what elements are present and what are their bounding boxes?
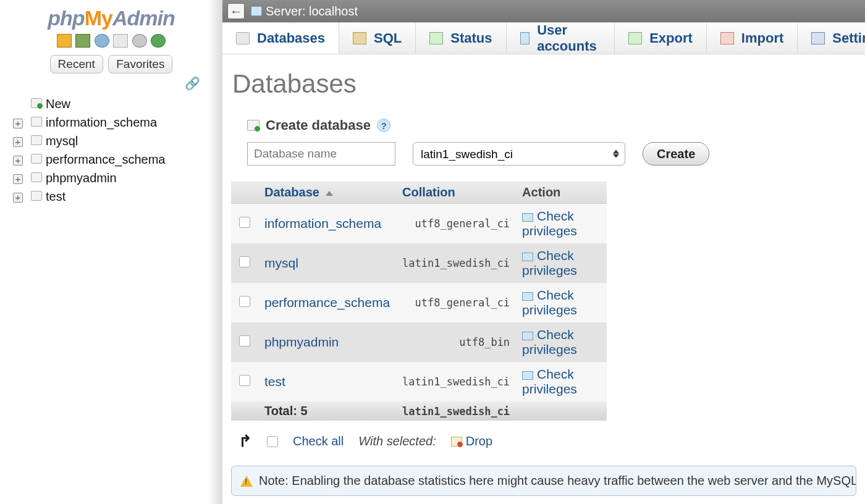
- database-icon: [31, 154, 42, 164]
- phpmyadmin-logo[interactable]: phpMyAdmin: [0, 5, 222, 33]
- bulk-actions: ↱ Check all With selected: Drop: [238, 432, 856, 451]
- header-database[interactable]: Database: [258, 182, 396, 204]
- drop-link[interactable]: Drop: [451, 434, 492, 448]
- back-button[interactable]: ←: [227, 3, 245, 19]
- tab-settings[interactable]: Settings: [798, 22, 865, 54]
- warning-icon: [240, 476, 253, 487]
- database-name-input[interactable]: [247, 142, 395, 166]
- privileges-icon: [522, 213, 533, 222]
- tree-item-label: performance_schema: [46, 153, 165, 167]
- check-all-link[interactable]: Check all: [293, 434, 344, 448]
- tree-item-information-schema[interactable]: + information_schema: [9, 113, 217, 132]
- collation-cell: utf8_general_ci: [396, 283, 516, 322]
- page-title: Databases: [232, 69, 856, 99]
- table-row: information_schema utf8_general_ci Check…: [231, 204, 607, 244]
- tree-new[interactable]: New: [9, 94, 217, 113]
- header-collation[interactable]: Collation: [396, 182, 516, 204]
- tab-label: Databases: [257, 30, 325, 46]
- link-chain-icon[interactable]: 🔗: [0, 76, 222, 94]
- table-row: phpmyadmin utf8_bin Check privileges: [231, 322, 607, 362]
- database-icon: [31, 135, 42, 145]
- recent-button[interactable]: Recent: [50, 55, 103, 74]
- bulk-arrow-icon: ↱: [238, 432, 252, 451]
- database-link[interactable]: test: [264, 374, 285, 388]
- new-database-icon: [247, 120, 260, 131]
- tab-import[interactable]: Import: [707, 22, 798, 54]
- tab-label: Settings: [832, 30, 865, 46]
- privileges-icon: [522, 332, 533, 340]
- check-all-checkbox[interactable]: [267, 436, 278, 447]
- status-icon: [429, 32, 443, 44]
- reload-icon[interactable]: [151, 34, 166, 48]
- main-panel: ← Server: localhost Databases SQL Status…: [222, 0, 865, 504]
- row-checkbox[interactable]: [239, 217, 250, 228]
- database-icon: [31, 117, 42, 127]
- docs-icon[interactable]: [113, 34, 128, 48]
- expand-icon[interactable]: +: [13, 174, 23, 184]
- breadcrumb-server-label: Server:: [266, 4, 305, 19]
- favorites-button[interactable]: Favorites: [108, 55, 172, 74]
- expand-icon[interactable]: +: [13, 137, 23, 147]
- tab-label: Import: [741, 30, 783, 46]
- expand-icon[interactable]: +: [13, 119, 23, 128]
- help-icon[interactable]: ?: [377, 119, 390, 132]
- create-button[interactable]: Create: [643, 142, 709, 166]
- note-text: Note: Enabling the database statistics h…: [259, 474, 856, 488]
- tab-sql[interactable]: SQL: [339, 22, 416, 54]
- tree-item-label: mysql: [46, 134, 78, 148]
- tree-item-performance-schema[interactable]: + performance_schema: [9, 150, 217, 169]
- create-database-heading: Create database ?: [247, 117, 856, 133]
- recent-favorites: Recent Favorites: [0, 52, 222, 76]
- database-link[interactable]: information_schema: [264, 216, 381, 230]
- home-icon[interactable]: [57, 34, 72, 48]
- database-icon: [31, 172, 42, 182]
- tab-export[interactable]: Export: [615, 22, 707, 54]
- row-checkbox[interactable]: [239, 375, 250, 386]
- total-label: Total: 5: [258, 401, 396, 421]
- expand-icon[interactable]: +: [13, 193, 23, 203]
- tab-label: User accounts: [537, 22, 601, 54]
- logo-php: php: [48, 6, 84, 30]
- database-link[interactable]: performance_schema: [264, 295, 390, 309]
- sort-ascending-icon: [326, 191, 333, 196]
- wrench-icon: [811, 32, 825, 44]
- logout-icon[interactable]: [75, 34, 90, 48]
- tree-item-test[interactable]: + test: [9, 187, 217, 206]
- collation-cell: latin1_swedish_ci: [396, 362, 516, 401]
- export-icon: [628, 32, 642, 44]
- table-row: mysql latin1_swedish_ci Check privileges: [231, 243, 607, 283]
- help-icon[interactable]: [95, 34, 109, 48]
- privileges-icon: [522, 371, 533, 380]
- breadcrumb-server-name[interactable]: localhost: [309, 4, 358, 19]
- database-link[interactable]: phpmyadmin: [264, 335, 339, 349]
- sidebar-resize-handle[interactable]: [208, 0, 222, 504]
- database-link[interactable]: mysql: [264, 256, 298, 270]
- collation-cell: latin1_swedish_ci: [396, 243, 516, 283]
- settings-icon[interactable]: [132, 34, 147, 48]
- new-database-icon: [31, 98, 42, 108]
- tab-user-accounts[interactable]: User accounts: [507, 22, 615, 54]
- databases-table: Database Collation Action information_sc…: [231, 182, 607, 421]
- database-icon: [31, 191, 42, 201]
- table-row: test latin1_swedish_ci Check privileges: [231, 362, 607, 401]
- sidebar: phpMyAdmin Recent Favorites 🔗 New + info…: [0, 0, 222, 504]
- header-action: Action: [516, 182, 607, 204]
- tab-label: Status: [450, 30, 492, 46]
- tab-status[interactable]: Status: [416, 22, 506, 54]
- with-selected-label: With selected:: [358, 434, 436, 448]
- row-checkbox[interactable]: [239, 335, 250, 346]
- tab-databases[interactable]: Databases: [222, 22, 339, 54]
- collation-cell: utf8_general_ci: [396, 204, 516, 244]
- row-checkbox[interactable]: [239, 256, 250, 267]
- import-icon: [720, 32, 734, 44]
- tree-item-phpmyadmin[interactable]: + phpmyadmin: [9, 169, 217, 187]
- tree-item-mysql[interactable]: + mysql: [9, 132, 217, 150]
- create-database-label: Create database: [266, 117, 371, 133]
- row-checkbox[interactable]: [239, 296, 250, 307]
- tree-item-label: test: [46, 190, 65, 204]
- main-tabs: Databases SQL Status User accounts Expor…: [222, 22, 865, 54]
- collation-select[interactable]: latin1_swedish_ci: [413, 142, 625, 166]
- table-header-row: Database Collation Action: [231, 182, 607, 204]
- expand-icon[interactable]: +: [13, 156, 23, 166]
- collation-cell: utf8_bin: [396, 322, 516, 362]
